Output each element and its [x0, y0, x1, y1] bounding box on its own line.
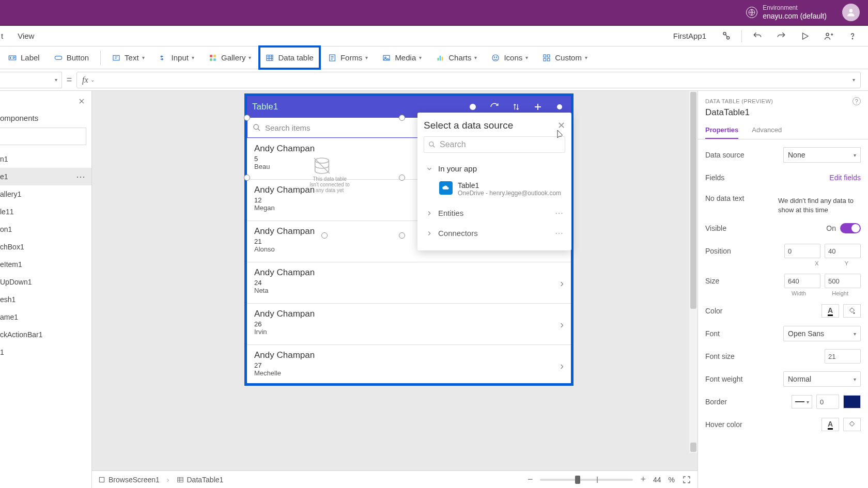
no-data-text-input[interactable]: We didn't find any data to show at this …	[778, 194, 861, 217]
help-icon[interactable]: ?	[853, 97, 861, 105]
tree-view-panel: omponents n1e1⋯allery1le11on1chBox1eItem…	[0, 91, 92, 488]
tree-item[interactable]: ckActionBar1	[0, 326, 91, 343]
breadcrumb-screen[interactable]: BrowseScreen1	[98, 476, 160, 484]
font-size-input[interactable]: 21	[825, 349, 861, 364]
tree-item[interactable]: ame1	[0, 308, 91, 326]
tab-properties[interactable]: Properties	[705, 126, 738, 139]
zoom-slider[interactable]	[540, 479, 633, 481]
fit-to-window-icon[interactable]	[682, 475, 691, 484]
border-color-picker[interactable]	[843, 395, 861, 408]
share-icon[interactable]	[818, 26, 839, 46]
user-avatar[interactable]	[842, 4, 860, 21]
circle-icon[interactable]	[467, 101, 479, 113]
insert-forms[interactable]: Forms▾	[322, 46, 375, 69]
svg-rect-26	[548, 55, 550, 57]
data-source-select[interactable]: None▾	[783, 147, 861, 163]
insert-icons[interactable]: Icons▾	[485, 46, 534, 69]
menubar: t View FirstApp1	[0, 26, 868, 46]
add-icon[interactable]	[532, 101, 544, 113]
control-name[interactable]: DataTable1	[705, 107, 861, 118]
insert-data-table[interactable]: Data table	[259, 46, 319, 69]
font-weight-select[interactable]: Normal▾	[783, 371, 861, 387]
undo-icon[interactable]	[747, 26, 768, 46]
tree-item[interactable]: allery1	[0, 185, 91, 203]
property-select[interactable]: ▾	[0, 72, 62, 88]
insert-charts[interactable]: Charts▾	[430, 46, 483, 69]
hover-text-color-picker[interactable]: A	[822, 418, 839, 431]
connectors-section[interactable]: Connectors ⋯	[424, 223, 565, 243]
canvas-app-title: Table1	[252, 102, 457, 112]
border-width-input[interactable]: 0	[816, 395, 839, 409]
insert-input[interactable]: Input▾	[153, 46, 200, 69]
chevron-right-icon: ›	[560, 359, 564, 371]
position-y-input[interactable]: 40	[825, 244, 861, 258]
canvas-scrollbar[interactable]	[689, 91, 698, 453]
tree-item[interactable]: n1	[0, 150, 91, 168]
tree-search-input[interactable]	[0, 128, 86, 145]
chevron-right-icon: ›	[560, 318, 564, 330]
gallery-item[interactable]: Andy Champan24Neta›	[247, 262, 571, 304]
font-select[interactable]: Open Sans▾	[783, 326, 861, 341]
tree-item[interactable]: esh1	[0, 291, 91, 308]
in-your-app-section[interactable]: In your app	[424, 159, 565, 178]
insert-media[interactable]: Media▾	[376, 46, 428, 69]
insert-ribbon: Label Button Text▾ Input▾ Gallery▾ Data …	[0, 46, 868, 69]
formula-input[interactable]: fx⌄ ▾	[76, 72, 861, 88]
more-icon[interactable]: ⋯	[555, 208, 563, 218]
properties-panel: DATA TABLE (PREVIEW) ? DataTable1 Proper…	[698, 91, 868, 488]
tab-advanced[interactable]: Advanced	[752, 126, 782, 139]
play-icon[interactable]	[795, 26, 815, 46]
chevron-right-icon: ›	[560, 277, 564, 289]
menubar-insert[interactable]: t	[1, 32, 3, 40]
close-icon[interactable]: ✕	[557, 120, 565, 131]
data-source-search[interactable]: Search	[424, 136, 565, 153]
svg-rect-11	[210, 55, 212, 57]
app-name[interactable]: FirstApp1	[673, 32, 706, 40]
hover-fill-color-picker[interactable]	[843, 418, 861, 431]
entities-section[interactable]: Entities ⋯	[424, 203, 565, 223]
tree-item[interactable]: 1	[0, 343, 91, 361]
tree-item[interactable]: e1⋯	[0, 168, 91, 185]
menubar-view[interactable]: View	[18, 32, 34, 40]
insert-custom[interactable]: Custom▾	[536, 46, 594, 69]
insert-label[interactable]: Label	[2, 46, 46, 69]
fill-color-picker[interactable]	[843, 304, 861, 318]
text-color-picker[interactable]: A	[822, 304, 839, 318]
size-height-input[interactable]: 500	[825, 274, 861, 288]
gallery-item[interactable]: Andy Champan27Mechelle›	[247, 345, 571, 386]
tree-close-button[interactable]	[0, 91, 91, 112]
refresh-icon[interactable]	[488, 101, 501, 113]
status-bar: BrowseScreen1 › DataTable1 − + 44 %	[92, 470, 698, 488]
insert-gallery[interactable]: Gallery▾	[203, 46, 258, 69]
edit-fields-link[interactable]: Edit fields	[829, 174, 861, 182]
help-icon[interactable]	[842, 26, 863, 46]
visible-toggle[interactable]	[840, 223, 861, 233]
tree-item[interactable]: le11	[0, 203, 91, 221]
tree-item[interactable]: chBox1	[0, 238, 91, 256]
zoom-out-button[interactable]: −	[528, 474, 533, 485]
svg-rect-28	[548, 58, 550, 61]
zoom-in-button[interactable]: +	[640, 474, 646, 485]
border-style-select[interactable]: ▾	[792, 395, 812, 408]
environment-picker[interactable]: Environment enayu.com (default)	[746, 4, 827, 20]
chevron-right-icon	[426, 210, 433, 217]
svg-rect-25	[544, 55, 546, 57]
breadcrumb-control[interactable]: DataTable1	[177, 476, 224, 484]
redo-icon[interactable]	[771, 26, 792, 46]
svg-point-4	[826, 33, 829, 36]
tree-item[interactable]: on1	[0, 221, 91, 238]
fx-icon: fx	[82, 75, 88, 85]
data-source-table1[interactable]: Table1 OneDrive - henry.legge@outlook.co…	[424, 178, 565, 203]
health-check-icon[interactable]	[716, 26, 736, 46]
tree-item[interactable]: eItem1	[0, 256, 91, 273]
more-icon[interactable]: ⋯	[555, 228, 563, 238]
tree-item[interactable]: UpDown1	[0, 273, 91, 291]
sort-icon[interactable]	[510, 101, 522, 113]
insert-text[interactable]: Text▾	[106, 46, 151, 69]
search-icon	[253, 123, 261, 132]
position-x-input[interactable]: 0	[784, 244, 820, 258]
size-width-input[interactable]: 640	[784, 274, 820, 288]
svg-point-30	[557, 104, 562, 109]
insert-button[interactable]: Button	[48, 46, 95, 69]
gallery-item[interactable]: Andy Champan26Irvin›	[247, 304, 571, 345]
